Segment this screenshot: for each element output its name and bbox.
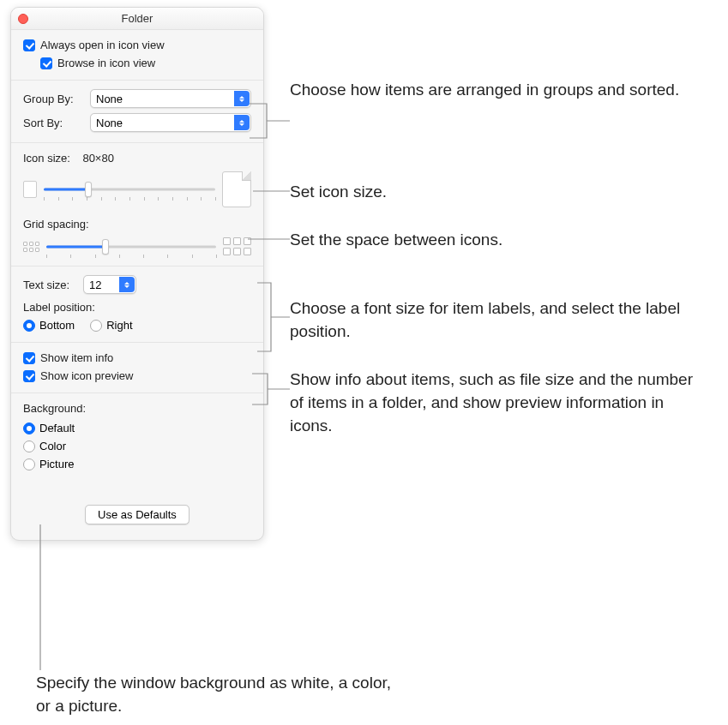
grid-loose-icon	[223, 237, 251, 255]
text-size-value: 12	[89, 279, 101, 291]
small-file-icon	[23, 181, 37, 198]
browse-icon-checkbox-label[interactable]: Browse in icon view	[40, 57, 155, 69]
label-right-radio-label[interactable]: Right	[90, 319, 132, 332]
bg-picture-radio[interactable]	[23, 458, 35, 470]
label-right-radio[interactable]	[90, 320, 102, 332]
updown-icon	[234, 115, 250, 130]
bg-color-radio[interactable]	[23, 440, 35, 452]
sort-by-select[interactable]: None	[90, 113, 251, 132]
section-open-mode: Always open in icon view Browse in icon …	[11, 30, 263, 81]
icon-size-header: Icon size: 80×80	[23, 152, 251, 165]
bg-default-label[interactable]: Default	[23, 422, 251, 434]
callout-group-sort: Choose how items are arranged in groups …	[290, 79, 679, 102]
icon-size-value: 80×80	[82, 152, 114, 165]
group-by-value: None	[96, 93, 123, 105]
sort-by-label: Sort By:	[23, 117, 90, 129]
updown-icon	[119, 277, 135, 292]
callout-text-labels: Choose a font size for item labels, and …	[290, 297, 684, 344]
section-show-info: Show item info Show icon preview	[11, 343, 263, 393]
always-open-text: Always open in icon view	[40, 39, 165, 51]
background-label: Background:	[23, 402, 251, 415]
show-icon-preview-label[interactable]: Show icon preview	[23, 369, 133, 382]
sort-by-value: None	[96, 117, 123, 129]
group-by-label: Group By:	[23, 93, 90, 105]
use-as-defaults-button[interactable]: Use as Defaults	[85, 505, 190, 524]
label-bottom-radio[interactable]	[23, 320, 35, 332]
grid-spacing-label: Grid spacing:	[23, 218, 251, 231]
leader-line	[39, 524, 41, 670]
browse-icon-text: Browse in icon view	[57, 57, 155, 69]
bg-color-label[interactable]: Color	[23, 440, 251, 452]
callout-grid-spacing: Set the space between icons.	[290, 229, 502, 252]
show-icon-preview-checkbox[interactable]	[23, 370, 35, 382]
window-title: Folder	[122, 12, 153, 25]
grid-spacing-slider[interactable]	[46, 239, 216, 255]
text-size-select[interactable]: 12	[83, 275, 136, 294]
section-text: Text size: 12 Label position: Bottom Rig…	[11, 267, 263, 343]
label-position-label: Label position:	[23, 301, 251, 314]
bg-default-radio[interactable]	[23, 422, 35, 434]
icon-size-slider[interactable]	[44, 182, 215, 197]
updown-icon	[234, 91, 250, 106]
view-options-panel: Folder Always open in icon view Browse i…	[10, 7, 264, 541]
section-footer: Use as Defaults	[11, 481, 263, 540]
show-item-info-label[interactable]: Show item info	[23, 351, 113, 364]
always-open-checkbox[interactable]	[23, 39, 35, 51]
close-icon[interactable]	[18, 14, 28, 24]
callout-background: Specify the window background as white, …	[36, 672, 396, 718]
callout-icon-size: Set icon size.	[290, 181, 387, 204]
label-bottom-radio-label[interactable]: Bottom	[23, 319, 75, 332]
always-open-checkbox-label[interactable]: Always open in icon view	[23, 39, 165, 51]
section-background: Background: Default Color Picture	[11, 393, 263, 481]
bg-picture-label[interactable]: Picture	[23, 458, 251, 470]
group-by-select[interactable]: None	[90, 89, 251, 108]
grid-tight-icon	[23, 242, 39, 252]
section-icon-size: Icon size: 80×80 Grid spacing:	[11, 143, 263, 267]
callout-show-info: Show info about items, such as file size…	[290, 368, 693, 438]
large-file-icon	[222, 171, 251, 207]
show-item-info-checkbox[interactable]	[23, 352, 35, 364]
titlebar: Folder	[11, 8, 263, 30]
section-group-sort: Group By: None Sort By: None	[11, 81, 263, 143]
browse-icon-checkbox[interactable]	[40, 57, 52, 69]
text-size-label: Text size:	[23, 279, 83, 291]
